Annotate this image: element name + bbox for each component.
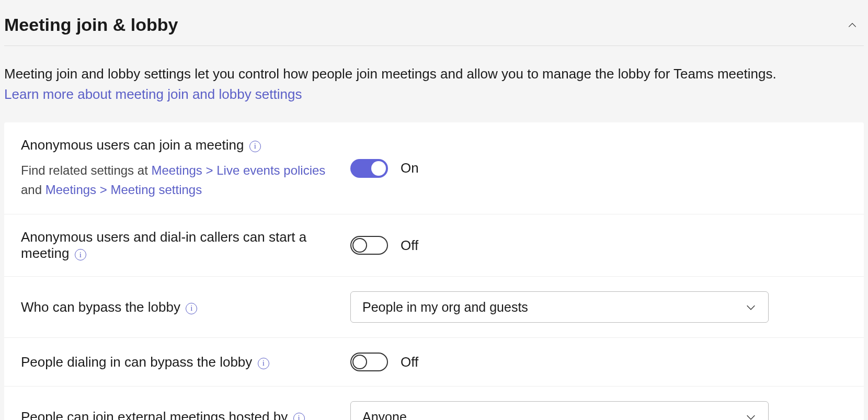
setting-control: Off	[350, 353, 847, 371]
setting-control: Off	[350, 236, 847, 255]
link-live-events-policies[interactable]: Meetings > Live events policies	[151, 163, 325, 177]
info-icon[interactable]: i	[258, 358, 269, 369]
setting-row-anonymous-join: Anonymous users can join a meeting i Fin…	[4, 122, 864, 214]
learn-more-link[interactable]: Learn more about meeting join and lobby …	[4, 86, 302, 102]
setting-row-external-hosted: People can join external meetings hosted…	[4, 387, 864, 420]
setting-label-col: Anonymous users and dial-in callers can …	[21, 229, 350, 262]
description-text: Meeting join and lobby settings let you …	[4, 66, 776, 82]
setting-control: On	[350, 159, 847, 178]
setting-row-anonymous-start: Anonymous users and dial-in callers can …	[4, 214, 864, 277]
section-header: Meeting join & lobby	[4, 4, 864, 46]
sub-mid: and	[21, 183, 45, 197]
toggle-dialin-bypass[interactable]	[350, 353, 388, 371]
toggle-value: On	[401, 160, 419, 176]
setting-label: Who can bypass the lobby	[21, 299, 180, 315]
setting-label: People can join external meetings hosted…	[21, 409, 288, 420]
setting-row-bypass-lobby: Who can bypass the lobby i People in my …	[4, 277, 864, 338]
section-title: Meeting join & lobby	[4, 15, 178, 35]
setting-sub: Find related settings at Meetings > Live…	[21, 161, 338, 199]
select-external-hosted[interactable]: Anyone	[350, 401, 769, 420]
chevron-down-icon	[745, 411, 757, 420]
toggle-value: Off	[401, 237, 418, 254]
select-bypass-lobby[interactable]: People in my org and guests	[350, 291, 769, 323]
toggle-value: Off	[401, 354, 418, 370]
toggle-knob	[352, 238, 367, 253]
info-icon[interactable]: i	[75, 249, 86, 260]
select-value: Anyone	[362, 410, 407, 420]
setting-label-col: People can join external meetings hosted…	[21, 409, 350, 420]
toggle-anonymous-join[interactable]	[350, 159, 388, 178]
toggle-anonymous-start[interactable]	[350, 236, 388, 255]
select-value: People in my org and guests	[362, 300, 528, 315]
setting-label-col: Who can bypass the lobby i	[21, 299, 350, 315]
chevron-up-icon	[847, 20, 858, 30]
setting-label: Anonymous users can join a meeting	[21, 137, 244, 153]
setting-label-col: Anonymous users can join a meeting i Fin…	[21, 137, 350, 199]
link-meeting-settings[interactable]: Meetings > Meeting settings	[45, 183, 202, 197]
setting-label-col: People dialing in can bypass the lobby i	[21, 354, 350, 370]
info-icon[interactable]: i	[249, 141, 261, 152]
sub-prefix: Find related settings at	[21, 163, 151, 177]
setting-label: Anonymous users and dial-in callers can …	[21, 229, 306, 261]
settings-card: Anonymous users can join a meeting i Fin…	[4, 122, 864, 420]
setting-row-dialin-bypass: People dialing in can bypass the lobby i…	[4, 338, 864, 387]
collapse-toggle[interactable]	[845, 18, 860, 32]
chevron-down-icon	[745, 301, 757, 313]
setting-control: Anyone	[350, 401, 847, 420]
section-description: Meeting join and lobby settings let you …	[4, 64, 864, 105]
info-icon[interactable]: i	[293, 413, 305, 420]
toggle-knob	[371, 161, 386, 176]
toggle-knob	[352, 355, 367, 369]
setting-label: People dialing in can bypass the lobby	[21, 354, 252, 370]
setting-control: People in my org and guests	[350, 291, 847, 323]
info-icon[interactable]: i	[186, 303, 197, 314]
meeting-lobby-panel: Meeting join & lobby Meeting join and lo…	[0, 0, 868, 420]
